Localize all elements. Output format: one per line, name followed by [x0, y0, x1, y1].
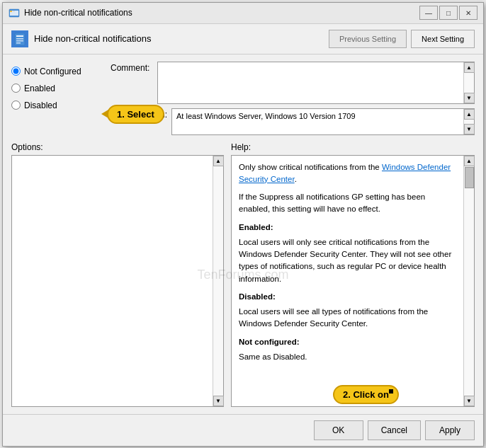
options-scroll-track — [213, 166, 223, 396]
click-callout: 2. Click on — [333, 385, 399, 404]
help-disabled-body: Local users will see all types of notifi… — [239, 306, 456, 331]
next-setting-button[interactable]: Next Setting — [411, 30, 475, 48]
radio-panel: Not Configured Enabled Disabled — [11, 62, 103, 135]
top-section: Not Configured Enabled Disabled — [11, 62, 475, 135]
title-bar: Hide non-critical notifications — □ ✕ — [3, 3, 483, 24]
disabled-radio[interactable] — [11, 100, 21, 110]
help-scroll-thumb[interactable] — [465, 167, 474, 188]
select-callout: 1. Select — [107, 105, 164, 124]
disabled-option[interactable]: Disabled — [11, 98, 103, 113]
maximize-button[interactable]: □ — [439, 6, 458, 20]
cancel-button[interactable]: Cancel — [368, 420, 421, 440]
help-disabled-title: Disabled: — [239, 291, 456, 303]
close-button[interactable]: ✕ — [459, 6, 477, 20]
help-scrollbar: ▲ ▼ — [463, 156, 474, 406]
help-not-configured-body: Same as Disabled. — [239, 351, 456, 363]
bottom-section: TenForums.com Options: ▲ ▼ — [11, 142, 475, 407]
comment-input[interactable] — [158, 62, 463, 103]
help-scroll-down[interactable]: ▼ — [464, 396, 475, 406]
options-scrollbar: ▲ ▼ — [213, 156, 223, 406]
footer: OK Cancel Apply — [3, 414, 483, 446]
help-para2: If the Suppress all notifications GP set… — [239, 191, 456, 216]
ok-button[interactable]: OK — [314, 420, 363, 440]
options-panel: Options: ▲ ▼ — [11, 142, 224, 407]
comment-wrapper: ▲ ▼ — [157, 62, 475, 104]
help-label: Help: — [231, 142, 475, 152]
supported-scroll-down[interactable]: ▼ — [464, 124, 475, 134]
svg-rect-6 — [16, 38, 23, 40]
disabled-label: Disabled — [24, 100, 57, 110]
supported-wrapper: At least Windows Server, Windows 10 Vers… — [171, 108, 475, 135]
scroll-down-arrow[interactable]: ▼ — [464, 93, 475, 103]
svg-rect-3 — [13, 11, 15, 12]
help-panel: Help: Only show critical notifications f… — [224, 142, 475, 407]
svg-rect-5 — [16, 35, 23, 37]
svg-rect-2 — [10, 11, 12, 12]
minimize-button[interactable]: — — [419, 6, 438, 20]
supported-value: At least Windows Server, Windows 10 Vers… — [172, 109, 463, 134]
help-link[interactable]: Windows Defender Security Center — [239, 163, 451, 183]
help-enabled-body: Local users will only see critical notif… — [239, 236, 456, 285]
help-content: Only show critical notifications from th… — [232, 156, 463, 406]
not-configured-label: Not Configured — [24, 67, 81, 76]
scroll-up-arrow[interactable]: ▲ — [464, 62, 475, 73]
options-label: Options: — [11, 142, 224, 152]
enabled-label: Enabled — [24, 84, 55, 93]
content-area: Hide non-critical notifications Previous… — [3, 24, 483, 446]
svg-rect-8 — [16, 42, 21, 44]
header-row: Hide non-critical notifications Previous… — [3, 24, 483, 54]
enabled-option[interactable]: Enabled — [11, 81, 103, 96]
options-scroll-down[interactable]: ▼ — [213, 396, 224, 406]
enabled-radio[interactable] — [11, 84, 21, 93]
options-content — [12, 156, 213, 406]
supported-scroll-up[interactable]: ▲ — [464, 109, 475, 120]
header-left: Hide non-critical notifications — [11, 30, 151, 47]
not-configured-option[interactable]: Not Configured — [11, 64, 103, 79]
scroll-track — [464, 73, 474, 93]
main-window: Hide non-critical notifications — □ ✕ — [2, 2, 484, 447]
options-scroll-up[interactable]: ▲ — [213, 156, 224, 166]
previous-setting-button[interactable]: Previous Setting — [329, 30, 407, 48]
help-para1: Only show critical notifications from th… — [239, 161, 456, 186]
help-box-wrapper: Only show critical notifications from th… — [231, 155, 475, 407]
comment-section: Comment: ▲ ▼ — [111, 62, 475, 104]
comment-label: Comment: — [111, 62, 153, 73]
comment-scrollbar: ▲ ▼ — [463, 62, 474, 103]
apply-button[interactable]: Apply — [425, 420, 475, 440]
help-scroll-up[interactable]: ▲ — [464, 156, 475, 166]
window-icon — [9, 7, 20, 18]
header-buttons: Previous Setting Next Setting — [329, 30, 475, 48]
title-controls: — □ ✕ — [419, 6, 477, 20]
supported-section: Supported on: At least Windows Server, W… — [111, 108, 475, 135]
not-configured-radio[interactable] — [11, 67, 21, 76]
supported-scrollbar: ▲ ▼ — [463, 109, 474, 134]
header-title: Hide non-critical notifications — [34, 33, 151, 44]
help-not-configured-title: Not configured: — [239, 336, 456, 348]
title-text: Hide non-critical notifications — [24, 8, 132, 18]
right-panel: Comment: ▲ ▼ — [111, 62, 475, 135]
svg-rect-7 — [16, 40, 23, 42]
help-enabled-title: Enabled: — [239, 222, 456, 234]
policy-icon — [11, 30, 28, 47]
options-box: ▲ ▼ — [11, 155, 224, 407]
main-content: Not Configured Enabled Disabled — [3, 54, 483, 414]
help-scroll-track — [464, 166, 474, 396]
